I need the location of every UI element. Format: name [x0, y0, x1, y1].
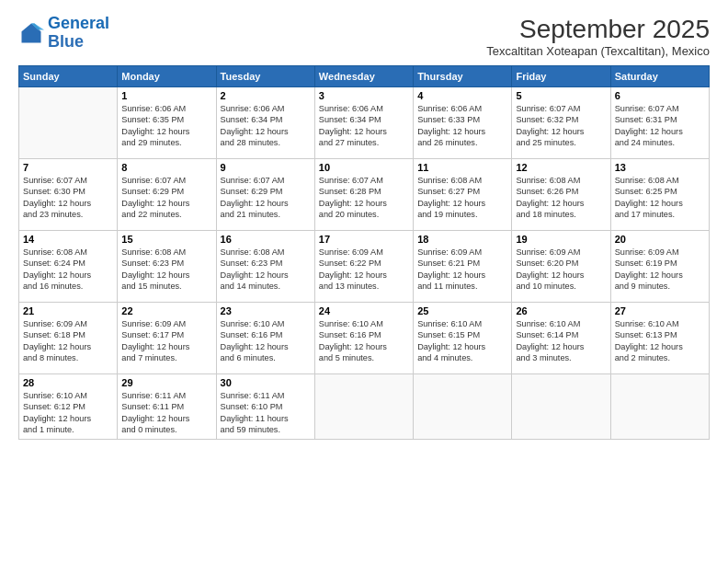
calendar-cell: 9Sunrise: 6:07 AM Sunset: 6:29 PM Daylig… — [216, 159, 314, 231]
day-info: Sunrise: 6:10 AM Sunset: 6:15 PM Dayligh… — [417, 318, 507, 364]
calendar-cell: 30Sunrise: 6:11 AM Sunset: 6:10 PM Dayli… — [216, 374, 314, 440]
day-number: 29 — [121, 377, 211, 388]
day-number: 10 — [319, 162, 409, 173]
weekday-header: Friday — [512, 66, 610, 87]
day-number: 15 — [121, 234, 211, 245]
day-number: 27 — [615, 305, 705, 316]
calendar-cell: 24Sunrise: 6:10 AM Sunset: 6:16 PM Dayli… — [314, 303, 413, 374]
day-info: Sunrise: 6:10 AM Sunset: 6:16 PM Dayligh… — [221, 318, 311, 364]
logo: General Blue — [18, 15, 109, 52]
day-info: Sunrise: 6:06 AM Sunset: 6:33 PM Dayligh… — [417, 103, 507, 149]
calendar-cell: 22Sunrise: 6:09 AM Sunset: 6:17 PM Dayli… — [118, 303, 216, 374]
location-title: Texcaltitan Xoteapan (Texcaltitan), Mexi… — [486, 44, 710, 58]
day-number: 13 — [615, 162, 705, 173]
day-number: 7 — [23, 162, 113, 173]
day-number: 11 — [417, 162, 507, 173]
day-number: 21 — [23, 305, 113, 316]
calendar-cell: 20Sunrise: 6:09 AM Sunset: 6:19 PM Dayli… — [610, 231, 709, 303]
calendar-week-row: 21Sunrise: 6:09 AM Sunset: 6:18 PM Dayli… — [19, 303, 710, 374]
calendar-cell: 21Sunrise: 6:09 AM Sunset: 6:18 PM Dayli… — [19, 303, 118, 374]
day-number: 5 — [516, 90, 606, 101]
header: General Blue September 2025 Texcaltitan … — [18, 15, 710, 58]
day-number: 16 — [221, 234, 311, 245]
calendar-cell — [314, 374, 413, 440]
calendar-cell: 29Sunrise: 6:11 AM Sunset: 6:11 PM Dayli… — [118, 374, 216, 440]
day-number: 3 — [319, 90, 409, 101]
day-info: Sunrise: 6:09 AM Sunset: 6:21 PM Dayligh… — [417, 247, 507, 293]
calendar-week-row: 28Sunrise: 6:10 AM Sunset: 6:12 PM Dayli… — [19, 374, 710, 440]
day-info: Sunrise: 6:10 AM Sunset: 6:13 PM Dayligh… — [615, 318, 705, 364]
day-number: 22 — [121, 305, 211, 316]
calendar-cell: 16Sunrise: 6:08 AM Sunset: 6:23 PM Dayli… — [216, 231, 314, 303]
calendar-cell: 26Sunrise: 6:10 AM Sunset: 6:14 PM Dayli… — [512, 303, 610, 374]
calendar-cell: 27Sunrise: 6:10 AM Sunset: 6:13 PM Dayli… — [610, 303, 709, 374]
day-info: Sunrise: 6:09 AM Sunset: 6:22 PM Dayligh… — [319, 247, 409, 293]
calendar-cell — [610, 374, 709, 440]
calendar-cell: 2Sunrise: 6:06 AM Sunset: 6:34 PM Daylig… — [216, 87, 314, 159]
calendar-cell: 1Sunrise: 6:06 AM Sunset: 6:35 PM Daylig… — [118, 87, 216, 159]
day-number: 23 — [221, 305, 311, 316]
day-info: Sunrise: 6:08 AM Sunset: 6:26 PM Dayligh… — [516, 175, 606, 221]
day-info: Sunrise: 6:08 AM Sunset: 6:23 PM Dayligh… — [221, 247, 311, 293]
day-info: Sunrise: 6:08 AM Sunset: 6:27 PM Dayligh… — [417, 175, 507, 221]
day-number: 17 — [319, 234, 409, 245]
day-info: Sunrise: 6:09 AM Sunset: 6:17 PM Dayligh… — [121, 318, 211, 364]
calendar-cell — [414, 374, 512, 440]
day-info: Sunrise: 6:08 AM Sunset: 6:25 PM Dayligh… — [615, 175, 705, 221]
page: General Blue September 2025 Texcaltitan … — [0, 0, 728, 563]
calendar-cell: 23Sunrise: 6:10 AM Sunset: 6:16 PM Dayli… — [216, 303, 314, 374]
title-area: September 2025 Texcaltitan Xoteapan (Tex… — [486, 15, 710, 58]
day-info: Sunrise: 6:07 AM Sunset: 6:32 PM Dayligh… — [516, 103, 606, 149]
day-number: 1 — [121, 90, 211, 101]
logo-text: General Blue — [48, 15, 109, 52]
day-number: 9 — [221, 162, 311, 173]
day-number: 28 — [23, 377, 113, 388]
day-number: 6 — [615, 90, 705, 101]
weekday-header: Sunday — [19, 66, 118, 87]
logo-icon — [18, 20, 44, 46]
calendar-cell: 19Sunrise: 6:09 AM Sunset: 6:20 PM Dayli… — [512, 231, 610, 303]
calendar-cell: 8Sunrise: 6:07 AM Sunset: 6:29 PM Daylig… — [118, 159, 216, 231]
day-number: 26 — [516, 305, 606, 316]
weekday-header: Thursday — [414, 66, 512, 87]
day-info: Sunrise: 6:06 AM Sunset: 6:34 PM Dayligh… — [319, 103, 409, 149]
calendar-cell: 10Sunrise: 6:07 AM Sunset: 6:28 PM Dayli… — [314, 159, 413, 231]
day-number: 14 — [23, 234, 113, 245]
calendar-cell: 25Sunrise: 6:10 AM Sunset: 6:15 PM Dayli… — [414, 303, 512, 374]
day-info: Sunrise: 6:07 AM Sunset: 6:30 PM Dayligh… — [23, 175, 113, 221]
calendar-cell: 13Sunrise: 6:08 AM Sunset: 6:25 PM Dayli… — [610, 159, 709, 231]
weekday-header-row: SundayMondayTuesdayWednesdayThursdayFrid… — [19, 66, 710, 87]
weekday-header: Saturday — [610, 66, 709, 87]
day-info: Sunrise: 6:07 AM Sunset: 6:28 PM Dayligh… — [319, 175, 409, 221]
day-info: Sunrise: 6:11 AM Sunset: 6:10 PM Dayligh… — [221, 390, 311, 436]
day-info: Sunrise: 6:07 AM Sunset: 6:29 PM Dayligh… — [121, 175, 211, 221]
calendar-cell: 15Sunrise: 6:08 AM Sunset: 6:23 PM Dayli… — [118, 231, 216, 303]
calendar-cell: 5Sunrise: 6:07 AM Sunset: 6:32 PM Daylig… — [512, 87, 610, 159]
day-number: 24 — [319, 305, 409, 316]
calendar-week-row: 1Sunrise: 6:06 AM Sunset: 6:35 PM Daylig… — [19, 87, 710, 159]
day-info: Sunrise: 6:09 AM Sunset: 6:18 PM Dayligh… — [23, 318, 113, 364]
weekday-header: Tuesday — [216, 66, 314, 87]
day-info: Sunrise: 6:07 AM Sunset: 6:31 PM Dayligh… — [615, 103, 705, 149]
day-info: Sunrise: 6:06 AM Sunset: 6:34 PM Dayligh… — [221, 103, 311, 149]
calendar-cell: 17Sunrise: 6:09 AM Sunset: 6:22 PM Dayli… — [314, 231, 413, 303]
day-info: Sunrise: 6:08 AM Sunset: 6:24 PM Dayligh… — [23, 247, 113, 293]
day-info: Sunrise: 6:11 AM Sunset: 6:11 PM Dayligh… — [121, 390, 211, 436]
calendar-cell: 14Sunrise: 6:08 AM Sunset: 6:24 PM Dayli… — [19, 231, 118, 303]
day-number: 25 — [417, 305, 507, 316]
calendar-cell: 6Sunrise: 6:07 AM Sunset: 6:31 PM Daylig… — [610, 87, 709, 159]
calendar-cell: 28Sunrise: 6:10 AM Sunset: 6:12 PM Dayli… — [19, 374, 118, 440]
calendar-cell — [512, 374, 610, 440]
calendar-cell: 12Sunrise: 6:08 AM Sunset: 6:26 PM Dayli… — [512, 159, 610, 231]
day-info: Sunrise: 6:07 AM Sunset: 6:29 PM Dayligh… — [221, 175, 311, 221]
logo-blue: Blue — [48, 32, 84, 51]
day-info: Sunrise: 6:10 AM Sunset: 6:14 PM Dayligh… — [516, 318, 606, 364]
calendar-table: SundayMondayTuesdayWednesdayThursdayFrid… — [18, 65, 710, 440]
day-info: Sunrise: 6:06 AM Sunset: 6:35 PM Dayligh… — [121, 103, 211, 149]
day-number: 2 — [221, 90, 311, 101]
calendar-cell: 7Sunrise: 6:07 AM Sunset: 6:30 PM Daylig… — [19, 159, 118, 231]
day-number: 8 — [121, 162, 211, 173]
day-number: 4 — [417, 90, 507, 101]
calendar-cell: 18Sunrise: 6:09 AM Sunset: 6:21 PM Dayli… — [414, 231, 512, 303]
day-number: 19 — [516, 234, 606, 245]
